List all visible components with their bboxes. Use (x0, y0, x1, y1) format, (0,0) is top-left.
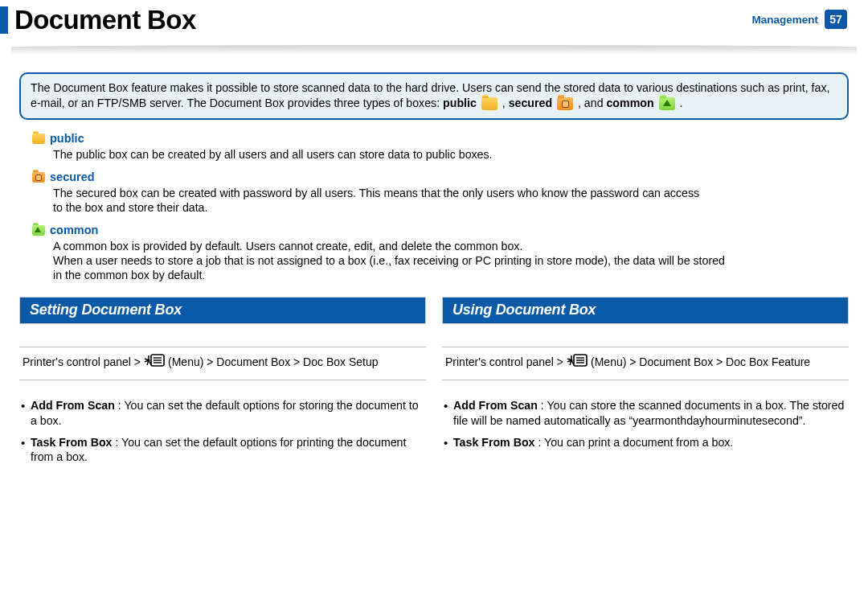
box-type-secured-body: The secured box can be created with pass… (53, 186, 849, 215)
box-type-public-label: public (50, 131, 84, 146)
intro-callout: The Document Box feature makes it possib… (19, 72, 849, 120)
box-type-secured-label: secured (50, 170, 95, 185)
text: in the common box by default. (53, 269, 205, 281)
bullet-label: Task From Box (31, 436, 112, 449)
bullet-add-from-scan: Add From Scan : You can set the default … (19, 398, 426, 428)
folder-public-icon (32, 133, 45, 144)
heading-using-document-box: Using Document Box (442, 297, 849, 324)
bullet-body: : You can print a document from a box. (534, 436, 733, 449)
path-post: (Menu) > Document Box > Doc Box Setup (168, 355, 378, 370)
box-type-public-body: The public box can be created by all use… (53, 147, 849, 162)
page-number-badge: 57 (825, 10, 847, 29)
intro-and: , and (578, 97, 607, 109)
svg-point-9 (570, 359, 572, 362)
path-post: (Menu) > Document Box > Doc Box Feature (591, 355, 810, 370)
menu-icon (143, 354, 166, 372)
intro-word-public: public (443, 97, 477, 109)
intro-text: The Document Box feature makes it possib… (31, 81, 829, 109)
path-using: Printer's control panel > (Menu) > Docum… (442, 347, 849, 380)
bullet-task-from-box: Task From Box : You can print a document… (442, 435, 849, 450)
bullet-add-from-scan: Add From Scan : You can store the scanne… (442, 398, 849, 428)
folder-secured-icon (557, 97, 573, 110)
intro-sep1: , (502, 97, 509, 109)
bullet-label: Add From Scan (31, 399, 115, 412)
text: When a user needs to store a job that is… (53, 254, 725, 267)
path-pre: Printer's control panel > (23, 355, 141, 370)
intro-word-common: common (606, 97, 653, 109)
path-setting: Printer's control panel > (Menu) > Docum… (19, 347, 426, 380)
text: to the box and store their data. (53, 201, 207, 214)
setting-bullets: Add From Scan : You can set the default … (19, 398, 426, 465)
column-using: Using Document Box Printer's control pan… (442, 297, 849, 471)
path-pre: Printer's control panel > (445, 355, 563, 370)
section-label: Management (751, 14, 818, 26)
intro-word-secured: secured (509, 97, 552, 109)
heading-setting-document-box: Setting Document Box (19, 297, 426, 324)
text: A common box is provided by default. Use… (53, 240, 522, 253)
box-type-list: public The public box can be created by … (32, 131, 849, 282)
folder-secured-icon (32, 172, 45, 183)
folder-common-icon (32, 225, 45, 236)
bullet-label: Add From Scan (453, 399, 538, 412)
svg-point-4 (147, 359, 149, 362)
intro-end: . (680, 97, 683, 109)
folder-common-icon (659, 97, 675, 110)
page-title: Document Box (14, 5, 847, 35)
box-type-common-label: common (50, 223, 98, 238)
header-accent-bar (0, 6, 8, 34)
bullet-task-from-box: Task From Box : You can set the default … (19, 435, 426, 465)
folder-public-icon (481, 97, 497, 110)
text: The secured box can be created with pass… (53, 187, 699, 199)
using-bullets: Add From Scan : You can store the scanne… (442, 398, 849, 450)
box-type-common: common A common box is provided by defau… (32, 223, 849, 282)
box-type-secured: secured The secured box can be created w… (32, 170, 849, 215)
box-type-common-body: A common box is provided by default. Use… (53, 239, 849, 283)
column-setting: Setting Document Box Printer's control p… (19, 297, 426, 471)
bullet-label: Task From Box (453, 436, 534, 449)
menu-icon (566, 354, 588, 372)
box-type-public: public The public box can be created by … (32, 131, 849, 162)
